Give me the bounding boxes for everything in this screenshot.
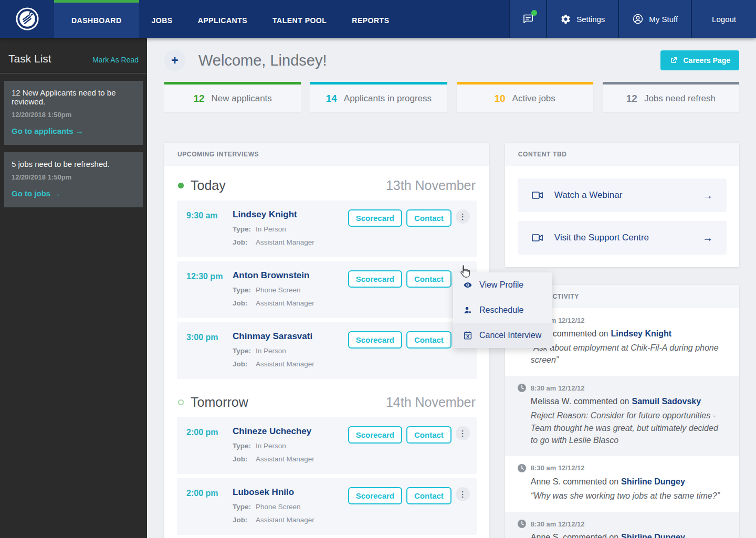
add-button[interactable]: +	[164, 50, 185, 71]
job-value: Assistant Manager	[256, 455, 314, 463]
interview-time: 9:30 am	[186, 209, 233, 246]
type-label: Type:	[233, 286, 256, 294]
nav-tab-dashboard-label: DASHBOARD	[71, 16, 122, 25]
interview-job-row: Job:Assistant Manager	[233, 516, 348, 524]
interview-type-row: Type:In Person	[233, 347, 348, 355]
content-tbd-panel: CONTENT TBD Watch a Webinar →	[505, 143, 739, 267]
candidate-link[interactable]: Lindsey Knight	[611, 329, 672, 338]
video-camera-icon	[531, 233, 544, 243]
upcoming-interviews-body: Today 13th November 9:30 am Lindsey Knig…	[164, 166, 489, 538]
candidate-link[interactable]: Shirline Dungey	[621, 477, 685, 486]
day-heading-tomorrow: Tomorrow 14th November	[178, 395, 476, 410]
watch-webinar-link[interactable]: Watch a Webinar →	[518, 178, 727, 212]
type-value: In Person	[256, 347, 286, 355]
mark-as-read-link[interactable]: Mark As Read	[92, 56, 139, 64]
day-name: Tomorrow	[191, 395, 248, 410]
contact-button[interactable]: Contact	[406, 426, 452, 444]
stat-new-applicants[interactable]: 12 New applicants	[164, 82, 301, 112]
type-value: In Person	[256, 225, 286, 233]
cancel-interview-menu-item[interactable]: Cancel Interview	[453, 323, 552, 348]
activity-meta: 8:30 am 12/12/12	[518, 520, 727, 528]
activity-quote: Reject Reason: Consider for future oppor…	[531, 409, 727, 446]
content-tbd-title: CONTENT TBD	[505, 143, 739, 166]
support-centre-link[interactable]: Visit the Support Centre →	[518, 221, 727, 255]
gear-icon	[560, 14, 571, 25]
kebab-menu-button[interactable]: ⋮	[456, 209, 470, 224]
activity-item: 8:30 am 12/12/12 Anne S. commented onShi…	[505, 456, 739, 512]
job-value: Assistant Manager	[256, 360, 314, 368]
go-to-applicants-link[interactable]: Go to applicants →	[12, 126, 83, 135]
my-stuff-button[interactable]: My Stuff	[618, 0, 691, 38]
job-label: Job:	[233, 238, 256, 246]
eye-icon	[463, 280, 472, 290]
logout-label: Logout	[712, 15, 736, 24]
reschedule-menu-item[interactable]: Reschedule	[453, 298, 552, 323]
go-to-jobs-link[interactable]: Go to jobs →	[12, 189, 60, 198]
stat-label: Applicants in progress	[344, 93, 432, 104]
upcoming-interviews-title: UPCOMING INTERVIEWS	[164, 143, 489, 166]
top-nav: DASHBOARD JOBS APPLICANTS TALENT POOL RE…	[0, 0, 756, 38]
stat-label: Active jobs	[512, 93, 555, 104]
scorecard-button[interactable]: Scorecard	[348, 487, 402, 504]
activity-item: 8:30 am 12/12/12 Melissa W. commented on…	[505, 376, 739, 456]
my-stuff-label: My Stuff	[649, 15, 678, 24]
type-label: Type:	[233, 347, 256, 355]
nav-tab-talent-pool[interactable]: TALENT POOL	[260, 0, 339, 38]
messages-button[interactable]	[509, 0, 546, 38]
careers-page-button[interactable]: Careers Page	[660, 50, 739, 70]
contact-button[interactable]: Contact	[406, 209, 452, 227]
task-text: 5 jobs need to be refreshed.	[12, 160, 135, 168]
job-label: Job:	[233, 360, 256, 368]
kebab-menu-button[interactable]: ⋮	[456, 487, 470, 501]
nav-tab-dashboard[interactable]: DASHBOARD	[54, 0, 139, 38]
scorecard-button[interactable]: Scorecard	[348, 270, 402, 288]
scorecard-button[interactable]: Scorecard	[348, 331, 402, 349]
job-label: Job:	[233, 299, 256, 307]
dashboard-columns: UPCOMING INTERVIEWS Today 13th November …	[164, 143, 739, 538]
careers-page-label: Careers Page	[683, 56, 730, 65]
nav-tab-jobs[interactable]: JOBS	[139, 0, 185, 38]
view-profile-menu-item[interactable]: View Profile	[453, 272, 552, 298]
candidate-name: Chinmay Sarasvati	[233, 331, 348, 342]
person-reschedule-icon	[463, 305, 472, 315]
stat-jobs-need-refresh[interactable]: 12 Jobs need refresh	[603, 82, 739, 112]
scorecard-button[interactable]: Scorecard	[348, 426, 402, 444]
interview-job-row: Job:Assistant Manager	[233, 360, 348, 368]
scorecard-button[interactable]: Scorecard	[348, 209, 402, 227]
candidate-link[interactable]: Samuil Sadovsky	[632, 397, 701, 406]
interview-job-row: Job:Assistant Manager	[233, 299, 348, 307]
stat-value: 12	[193, 93, 204, 104]
type-value: Phone Screen	[256, 503, 301, 511]
contact-button[interactable]: Contact	[406, 270, 452, 288]
candidate-link[interactable]: Shirline Dungey	[621, 533, 685, 538]
nav-tab-reports[interactable]: REPORTS	[339, 0, 402, 38]
today-dot-icon	[178, 183, 184, 188]
job-value: Assistant Manager	[256, 299, 314, 307]
stat-value: 12	[626, 93, 637, 104]
tomorrow-dot-icon	[178, 399, 184, 405]
activity-prefix: Melissa W. commented on	[531, 397, 629, 406]
clock-icon	[518, 384, 526, 392]
view-profile-label: View Profile	[479, 280, 523, 290]
brand-logo-icon	[15, 7, 39, 31]
task-text: 12 New Applicants need to be reviewed.	[12, 88, 135, 106]
interview-row: 9:30 am Lindsey Knight Type:In Person Jo…	[177, 201, 477, 257]
job-label: Job:	[233, 516, 256, 524]
stat-active-jobs[interactable]: 10 Active jobs	[457, 82, 593, 112]
activity-quote: “Ask about employment at Chik-Fil-A duri…	[531, 342, 727, 366]
interview-actions: Scorecard Contact ⋮	[348, 209, 470, 246]
settings-button[interactable]: Settings	[546, 0, 618, 38]
brand-logo[interactable]	[0, 0, 54, 38]
candidate-name: Lubosek Hnilo	[233, 487, 348, 498]
clock-icon	[518, 520, 526, 528]
kebab-menu-button[interactable]: ⋮	[456, 426, 470, 440]
contact-button[interactable]: Contact	[406, 487, 452, 504]
logout-button[interactable]: Logout	[691, 0, 756, 38]
video-camera-icon	[531, 190, 544, 201]
stat-applicants-in-progress[interactable]: 14 Applicants in progress	[310, 82, 447, 112]
contact-button[interactable]: Contact	[406, 331, 452, 349]
nav-tab-applicants[interactable]: APPLICANTS	[185, 0, 260, 38]
activity-timestamp: 8:30 am 12/12/12	[531, 464, 585, 472]
nav-tab-reports-label: REPORTS	[352, 16, 389, 25]
nav-tab-applicants-label: APPLICANTS	[198, 16, 247, 25]
